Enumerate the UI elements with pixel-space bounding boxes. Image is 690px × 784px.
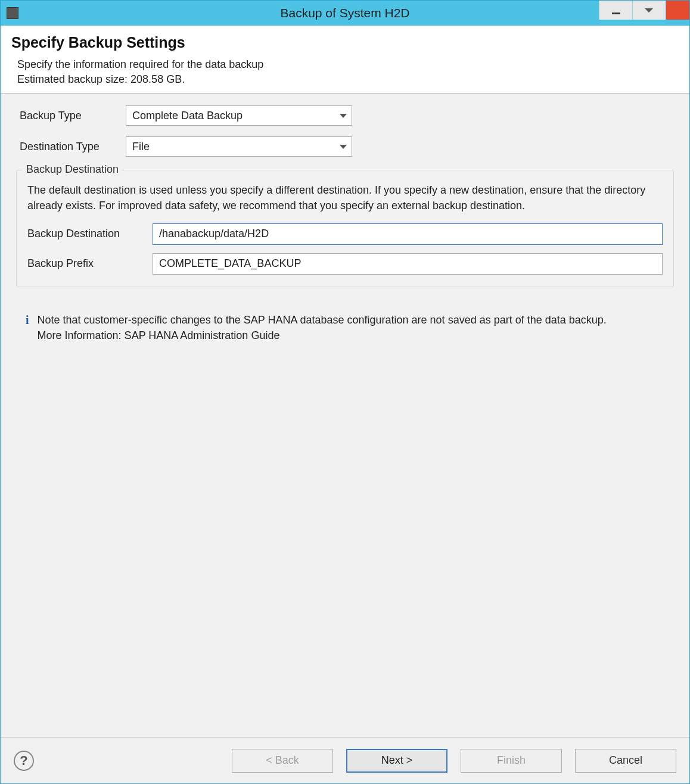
dropdown-button[interactable] xyxy=(632,1,666,20)
info-line1: Note that customer-specific changes to t… xyxy=(38,312,607,328)
page-header: Specify Backup Settings Specify the info… xyxy=(1,26,689,94)
chevron-down-icon xyxy=(340,114,347,118)
chevron-down-icon xyxy=(340,145,347,149)
back-button[interactable]: < Back xyxy=(232,749,333,773)
minimize-button[interactable] xyxy=(599,1,632,20)
page-title: Specify Backup Settings xyxy=(11,34,679,51)
info-line2: More Information: SAP HANA Administratio… xyxy=(38,328,607,343)
info-text: Note that customer-specific changes to t… xyxy=(38,312,607,343)
destination-type-label: Destination Type xyxy=(13,141,126,153)
backup-prefix-input[interactable] xyxy=(153,253,663,275)
fieldset-legend: Backup Destination xyxy=(23,163,122,176)
window-title: Backup of System H2D xyxy=(280,6,409,20)
backup-type-value: Complete Data Backup xyxy=(132,110,243,122)
next-button[interactable]: Next > xyxy=(346,749,447,773)
minimize-icon xyxy=(612,13,620,14)
fieldset-description: The default destination is used unless y… xyxy=(27,182,663,213)
info-note: i Note that customer-specific changes to… xyxy=(26,312,668,343)
page-subtitle-line1: Specify the information required for the… xyxy=(17,57,679,72)
help-icon: ? xyxy=(20,753,27,769)
app-icon xyxy=(7,7,18,19)
backup-prefix-label: Backup Prefix xyxy=(27,257,153,270)
backup-destination-label: Backup Destination xyxy=(27,228,153,240)
titlebar: Backup of System H2D xyxy=(1,1,689,26)
button-bar: ? < Back Next > Finish Cancel xyxy=(1,737,689,783)
backup-prefix-row: Backup Prefix xyxy=(27,253,663,275)
cancel-button[interactable]: Cancel xyxy=(575,749,676,773)
help-button[interactable]: ? xyxy=(14,751,34,771)
backup-wizard-window: Backup of System H2D Specify Backup Sett… xyxy=(0,0,690,784)
page-subtitle-line2: Estimated backup size: 208.58 GB. xyxy=(17,72,679,87)
backup-destination-row: Backup Destination xyxy=(27,223,663,245)
finish-button[interactable]: Finish xyxy=(461,749,562,773)
page-subtitle: Specify the information required for the… xyxy=(11,57,679,87)
info-icon: i xyxy=(26,312,29,343)
backup-type-select[interactable]: Complete Data Backup xyxy=(126,105,352,126)
window-controls xyxy=(599,1,689,20)
backup-type-label: Backup Type xyxy=(13,110,126,122)
backup-destination-fieldset: Backup Destination The default destinati… xyxy=(16,170,674,287)
destination-type-row: Destination Type File xyxy=(13,136,677,157)
destination-type-select[interactable]: File xyxy=(126,136,352,157)
backup-destination-input[interactable] xyxy=(153,223,663,245)
chevron-down-icon xyxy=(645,8,653,13)
content-area: Backup Type Complete Data Backup Destina… xyxy=(1,94,689,737)
close-button[interactable] xyxy=(666,1,689,20)
destination-type-value: File xyxy=(132,141,150,153)
backup-type-row: Backup Type Complete Data Backup xyxy=(13,105,677,126)
